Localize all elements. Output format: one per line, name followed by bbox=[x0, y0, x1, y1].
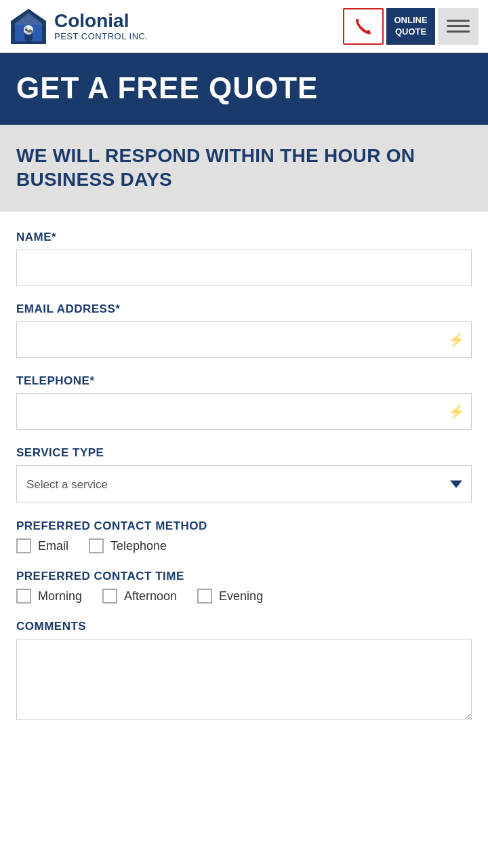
menu-line-2 bbox=[447, 25, 470, 27]
contact-method-email-item[interactable]: Email bbox=[16, 538, 68, 553]
contact-time-checkboxes: Morning Afternoon Evening bbox=[16, 589, 472, 604]
service-type-label: SERVICE TYPE bbox=[16, 446, 472, 460]
preferred-contact-method-group: PREFERRED CONTACT METHOD Email Telephone bbox=[16, 519, 472, 553]
name-label: NAME* bbox=[16, 231, 472, 244]
telephone-field-group: TELEPHONE* ⚡ bbox=[16, 374, 472, 430]
email-label: EMAIL ADDRESS* bbox=[16, 302, 472, 316]
email-field-group: EMAIL ADDRESS* ⚡ bbox=[16, 302, 472, 358]
email-input-wrapper: ⚡ bbox=[16, 321, 472, 358]
form-section: NAME* EMAIL ADDRESS* ⚡ TELEPHONE* ⚡ SERV… bbox=[0, 212, 488, 758]
comments-textarea[interactable] bbox=[16, 639, 472, 720]
online-quote-label: ONLINE QUOTE bbox=[394, 15, 427, 38]
service-select-wrapper: Select a service Pest Control Termite Co… bbox=[16, 465, 472, 503]
telephone-label: TELEPHONE* bbox=[16, 374, 472, 388]
logo-tagline: PEST CONTROL INC. bbox=[54, 32, 148, 41]
telephone-icon: ⚡ bbox=[448, 403, 465, 420]
menu-button[interactable] bbox=[438, 8, 479, 45]
comments-label: COMMENTS bbox=[16, 620, 472, 633]
logo-text-block: Colonial PEST CONTROL INC. bbox=[54, 11, 148, 41]
logo-name: Colonial bbox=[54, 11, 148, 32]
preferred-contact-time-label: PREFERRED CONTACT TIME bbox=[16, 570, 472, 583]
preferred-contact-method-label: PREFERRED CONTACT METHOD bbox=[16, 519, 472, 533]
contact-method-telephone-checkbox[interactable] bbox=[89, 538, 104, 553]
logo-icon: 🐜 bbox=[9, 7, 47, 45]
comments-field-group: COMMENTS bbox=[16, 620, 472, 723]
contact-time-morning-item[interactable]: Morning bbox=[16, 589, 82, 604]
subheading-text: WE WILL RESPOND WITHIN THE HOUR ON BUSIN… bbox=[16, 144, 472, 191]
email-input[interactable] bbox=[16, 321, 472, 358]
contact-method-email-label: Email bbox=[38, 539, 68, 553]
name-input[interactable] bbox=[16, 250, 472, 286]
online-quote-button[interactable]: ONLINE QUOTE bbox=[386, 8, 435, 45]
contact-method-telephone-item[interactable]: Telephone bbox=[89, 538, 167, 553]
phone-button[interactable] bbox=[343, 8, 384, 45]
name-field-group: NAME* bbox=[16, 231, 472, 286]
contact-time-morning-checkbox[interactable] bbox=[16, 589, 31, 604]
contact-method-checkboxes: Email Telephone bbox=[16, 538, 472, 553]
contact-time-morning-label: Morning bbox=[38, 589, 82, 604]
contact-method-email-checkbox[interactable] bbox=[16, 538, 31, 553]
contact-time-evening-checkbox[interactable] bbox=[197, 589, 212, 604]
header: 🐜 Colonial PEST CONTROL INC. ONLINE QUOT… bbox=[0, 0, 488, 53]
service-type-field-group: SERVICE TYPE Select a service Pest Contr… bbox=[16, 446, 472, 503]
email-icon: ⚡ bbox=[448, 332, 465, 348]
service-type-select[interactable]: Select a service Pest Control Termite Co… bbox=[16, 465, 472, 503]
preferred-contact-time-group: PREFERRED CONTACT TIME Morning Afternoon… bbox=[16, 570, 472, 604]
hero-title: GET A FREE QUOTE bbox=[16, 72, 472, 104]
contact-time-afternoon-label: Afternoon bbox=[124, 589, 177, 604]
header-actions: ONLINE QUOTE bbox=[343, 8, 479, 45]
telephone-input[interactable] bbox=[16, 393, 472, 430]
logo-area: 🐜 Colonial PEST CONTROL INC. bbox=[9, 7, 148, 45]
menu-line-1 bbox=[447, 20, 470, 22]
svg-text:🐜: 🐜 bbox=[24, 26, 33, 35]
menu-line-3 bbox=[447, 31, 470, 33]
contact-method-telephone-label: Telephone bbox=[110, 539, 167, 553]
contact-time-evening-item[interactable]: Evening bbox=[197, 589, 263, 604]
subheading-bar: WE WILL RESPOND WITHIN THE HOUR ON BUSIN… bbox=[0, 125, 488, 212]
telephone-input-wrapper: ⚡ bbox=[16, 393, 472, 430]
hero-banner: GET A FREE QUOTE bbox=[0, 53, 488, 125]
phone-icon bbox=[353, 16, 373, 37]
contact-time-afternoon-checkbox[interactable] bbox=[102, 589, 117, 604]
contact-time-evening-label: Evening bbox=[219, 589, 263, 604]
contact-time-afternoon-item[interactable]: Afternoon bbox=[102, 589, 177, 604]
